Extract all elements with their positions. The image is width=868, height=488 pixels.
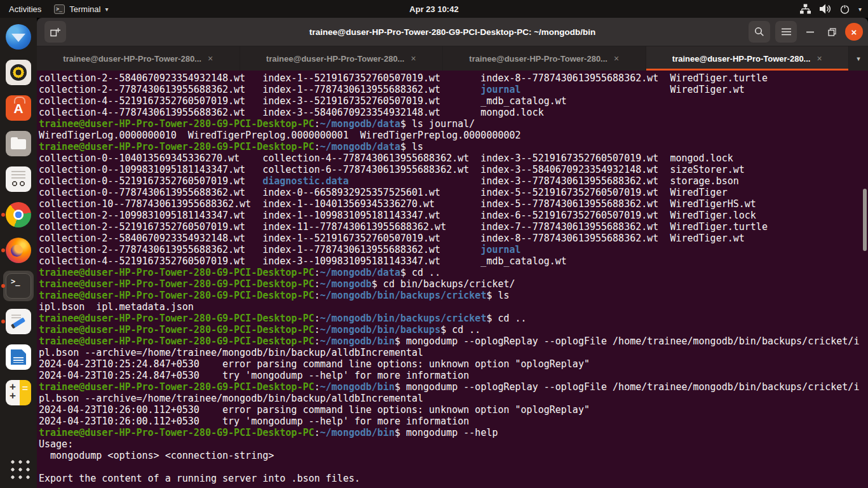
gedit-icon [6, 309, 31, 334]
dock [0, 18, 37, 488]
terminal-app-icon [6, 273, 31, 299]
dock-item-docviewer[interactable] [0, 161, 37, 197]
terminal-content[interactable]: collection-2--5840670923354932148.wt ind… [37, 71, 868, 488]
calculator-icon [6, 380, 31, 405]
dock-item-terminal-app[interactable] [0, 268, 37, 304]
running-indicator-dot [1, 284, 5, 288]
terminal-line: trainee@duser-HP-Pro-Tower-280-G9-PCI-De… [39, 141, 868, 152]
terminal-window: trainee@duser-HP-Pro-Tower-280-G9-PCI-De… [37, 18, 868, 488]
terminal-line: WiredTigerLog.0000000010 WiredTigerPrepl… [39, 130, 868, 141]
dock-item-gedit[interactable] [0, 304, 37, 339]
terminal-line: collection-2--7787430613955688362.wt ind… [39, 244, 868, 255]
dock-item-firefox[interactable] [0, 233, 37, 268]
tab-label: trainee@duser-HP-Pro-Tower-280... [63, 54, 201, 64]
terminal-line: collection-0--7787430613955688362.wt ind… [39, 187, 868, 198]
terminal-line: collection-0--104013569345336270.wt coll… [39, 152, 868, 164]
terminal-scrollbar[interactable] [863, 189, 867, 251]
terminal-line: trainee@duser-HP-Pro-Tower-280-G9-PCI-De… [39, 278, 868, 290]
terminal-line [39, 461, 868, 473]
dock-item-appgrid[interactable] [0, 450, 37, 485]
terminal-line: trainee@duser-HP-Pro-Tower-280-G9-PCI-De… [39, 324, 868, 336]
tab-label: trainee@duser-HP-Pro-Tower-280... [469, 54, 607, 64]
terminal-tab-3[interactable]: trainee@duser-HP-Pro-Tower-280...× [443, 46, 646, 71]
terminal-line: pl.bson --archive=/home/trainee/mongodb/… [39, 347, 868, 358]
tab-label: trainee@duser-HP-Pro-Tower-280... [266, 54, 405, 64]
app-menu[interactable]: >_ Terminal ▾ [54, 4, 108, 14]
dock-item-chrome[interactable] [0, 197, 37, 233]
dock-item-software[interactable] [0, 90, 37, 126]
terminal-line: collection-2--7787430613955688362.wt ind… [39, 84, 868, 95]
terminal-line: ipl.bson ipl.metadata.json [39, 301, 868, 313]
dock-item-thunderbird[interactable] [0, 19, 37, 55]
terminal-line: mongodump <options> <connection-string> [39, 450, 868, 461]
thunderbird-icon [6, 24, 31, 50]
terminal-icon: >_ [54, 4, 65, 14]
restore-button[interactable] [824, 24, 840, 40]
terminal-line: trainee@duser-HP-Pro-Tower-280-G9-PCI-De… [39, 313, 868, 324]
files-icon [6, 131, 31, 156]
tab-list-chevron-icon[interactable]: ▾ [849, 46, 868, 71]
power-icon [839, 4, 850, 15]
terminal-line: trainee@duser-HP-Pro-Tower-280-G9-PCI-De… [39, 427, 868, 438]
terminal-line: 2024-04-23T10:25:24.847+0530 error parsi… [39, 358, 868, 370]
terminal-line: 2024-04-23T10:26:00.112+0530 error parsi… [39, 404, 868, 416]
window-title: trainee@duser-HP-Pro-Tower-280-G9-PCI-De… [37, 27, 868, 37]
terminal-line: collection-4--5219167352760507019.wt ind… [39, 95, 868, 107]
dock-item-rhythmbox[interactable] [0, 55, 37, 90]
terminal-line: 2024-04-23T10:25:24.847+0530 try 'mongod… [39, 370, 868, 381]
rhythmbox-icon [6, 60, 31, 85]
tab-close-icon[interactable]: × [817, 53, 822, 64]
terminal-line: collection-4--5219167352760507019.wt ind… [39, 255, 868, 267]
minimize-button[interactable] [802, 24, 818, 40]
search-button[interactable] [749, 21, 770, 43]
software-icon [6, 95, 31, 121]
new-tab-button[interactable] [44, 21, 66, 43]
chevron-down-icon: ▾ [858, 6, 862, 13]
dock-item-writer[interactable] [0, 339, 37, 375]
terminal-line: pl.bson --archive=/home/trainee/mongodb/… [39, 393, 868, 404]
app-menu-label: Terminal [69, 4, 100, 14]
firefox-icon [6, 238, 31, 263]
chrome-icon [6, 202, 31, 227]
terminal-line: collection-4--7787430613955688362.wt ind… [39, 107, 868, 118]
running-indicator-dot [1, 213, 5, 217]
terminal-line: Export the content of a running server i… [39, 473, 868, 484]
terminal-tab-4[interactable]: trainee@duser-HP-Pro-Tower-280...× [646, 46, 850, 71]
header-bar: trainee@duser-HP-Pro-Tower-280-G9-PCI-De… [37, 18, 868, 46]
top-bar: Activities >_ Terminal ▾ Apr 23 10:42 ▾ [0, 0, 868, 18]
terminal-tab-1[interactable]: trainee@duser-HP-Pro-Tower-280...× [37, 46, 240, 71]
chevron-down-icon: ▾ [105, 6, 108, 13]
system-status-area[interactable]: ▾ [800, 4, 862, 15]
terminal-line: collection-2--5840670923354932148.wt ind… [39, 233, 868, 244]
tab-bar: trainee@duser-HP-Pro-Tower-280...×traine… [37, 46, 868, 71]
close-button[interactable]: × [845, 23, 863, 41]
terminal-line: collection-2--5219167352760507019.wt ind… [39, 221, 868, 233]
terminal-line: collection-0--5219167352760507019.wt dia… [39, 175, 868, 187]
terminal-line: collection-0--1099831095181143347.wt col… [39, 164, 868, 175]
writer-icon [6, 344, 31, 370]
running-indicator-dot [1, 320, 5, 323]
terminal-line: collection-2--1099831095181143347.wt ind… [39, 210, 868, 221]
docviewer-icon [6, 166, 31, 192]
terminal-line: trainee@duser-HP-Pro-Tower-280-G9-PCI-De… [39, 336, 868, 347]
dock-item-files[interactable] [0, 126, 37, 161]
dock-item-calculator[interactable] [0, 375, 37, 410]
tab-close-icon[interactable]: × [410, 53, 416, 64]
terminal-line: trainee@duser-HP-Pro-Tower-280-G9-PCI-De… [39, 290, 868, 301]
clock[interactable]: Apr 23 10:42 [0, 4, 868, 14]
network-icon [800, 4, 811, 14]
terminal-line: trainee@duser-HP-Pro-Tower-280-G9-PCI-De… [39, 381, 868, 393]
terminal-line: trainee@duser-HP-Pro-Tower-280-G9-PCI-De… [39, 267, 868, 278]
activities-button[interactable]: Activities [9, 4, 41, 14]
tab-close-icon[interactable]: × [208, 53, 213, 64]
appgrid-icon [6, 455, 31, 480]
menu-button[interactable] [775, 21, 797, 43]
terminal-line: 2024-04-23T10:26:00.112+0530 try 'mongod… [39, 416, 868, 427]
terminal-line: collection-2--5840670923354932148.wt ind… [39, 72, 868, 84]
terminal-line: Usage: [39, 438, 868, 450]
terminal-line: collection-10--7787430613955688362.wt in… [39, 198, 868, 210]
tab-close-icon[interactable]: × [614, 53, 619, 64]
terminal-tab-2[interactable]: trainee@duser-HP-Pro-Tower-280...× [240, 46, 444, 71]
running-indicator-dot [1, 248, 5, 252]
volume-icon [819, 4, 831, 14]
